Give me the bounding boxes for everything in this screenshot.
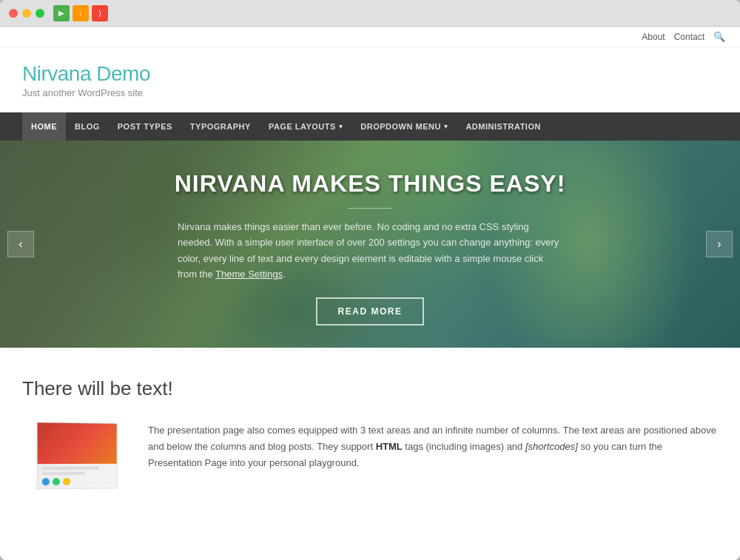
mock-line [42, 472, 85, 475]
content-text: The presentation page also comes equippe… [148, 422, 718, 471]
mock-lines [38, 464, 117, 489]
mock-image-inner [37, 422, 118, 489]
content-heading: There will be text! [22, 377, 718, 400]
browser-content: About Contact 🔍 Nirvana Demo Just anothe… [0, 27, 740, 560]
minimize-button[interactable] [22, 9, 31, 18]
browser-titlebar: ▶ ↓ ) [0, 0, 740, 27]
mock-circle-blue [42, 478, 50, 485]
mock-circles [42, 478, 112, 486]
hero-slider: ‹ › NIRVANA MAKES THINGS EASY! Nirvana m… [0, 141, 740, 348]
slider-prev-button[interactable]: ‹ [7, 231, 34, 257]
site-title: Nirvana Demo [22, 62, 718, 86]
search-icon[interactable]: 🔍 [713, 31, 725, 42]
hero-cta-button[interactable]: READ MORE [316, 297, 425, 325]
about-link[interactable]: About [642, 32, 665, 42]
content-image-area [22, 422, 126, 496]
nav-item-typography[interactable]: TYPOGRAPHY [181, 112, 260, 141]
toolbar-icons: ▶ ↓ ) [53, 5, 108, 21]
site-tagline: Just another WordPress site [22, 87, 718, 98]
content-bold-html: HTML [376, 441, 403, 452]
chevron-down-icon: ▾ [444, 123, 448, 130]
nav-item-home[interactable]: HOME [22, 112, 66, 141]
nav-item-administration[interactable]: ADMINISTRATION [457, 112, 550, 141]
maximize-button[interactable] [36, 9, 44, 18]
chevron-down-icon: ▾ [339, 123, 343, 130]
hero-divider [348, 208, 392, 209]
mock-circle-green [53, 478, 60, 485]
mock-circle-yellow [63, 478, 70, 485]
rss-icon[interactable]: ↓ [73, 5, 89, 21]
main-content: There will be text! [0, 348, 740, 519]
utility-nav: About Contact 🔍 [0, 27, 740, 47]
mock-line [42, 467, 98, 470]
close-button[interactable] [9, 9, 18, 18]
nav-item-page-layouts[interactable]: PAGE LAYOUTS ▾ [260, 112, 352, 141]
site-header: Nirvana Demo Just another WordPress site [0, 47, 740, 112]
browser-toolbar: ▶ ↓ ) [53, 5, 731, 21]
mock-device-image [21, 422, 118, 497]
nav-item-dropdown-menu[interactable]: DROPDOWN MENU ▾ [352, 112, 457, 141]
content-columns: The presentation page also comes equippe… [22, 422, 718, 496]
browser-window: ▶ ↓ ) About Contact 🔍 Nirvana Demo Just … [0, 0, 740, 560]
content-italic-shortcodes: [shortcodes] [525, 441, 578, 452]
slider-next-button[interactable]: › [706, 231, 733, 257]
hero-title: NIRVANA MAKES THINGS EASY! [59, 170, 681, 198]
nav-item-blog[interactable]: BLOG [66, 112, 109, 141]
hero-content: NIRVANA MAKES THINGS EASY! Nirvana makes… [0, 141, 740, 340]
youtube-icon[interactable]: ▶ [53, 5, 70, 21]
feed-icon[interactable]: ) [92, 5, 108, 21]
mock-photo [38, 422, 117, 464]
window-controls [9, 9, 44, 18]
hero-description: Nirvana makes things easier than ever be… [178, 219, 562, 283]
main-nav: HOME BLOG POST TYPES TYPOGRAPHY PAGE LAY… [0, 112, 740, 141]
nav-item-post-types[interactable]: POST TYPES [109, 112, 181, 141]
theme-settings-link[interactable]: Theme Settings [215, 269, 283, 280]
contact-link[interactable]: Contact [674, 32, 704, 42]
